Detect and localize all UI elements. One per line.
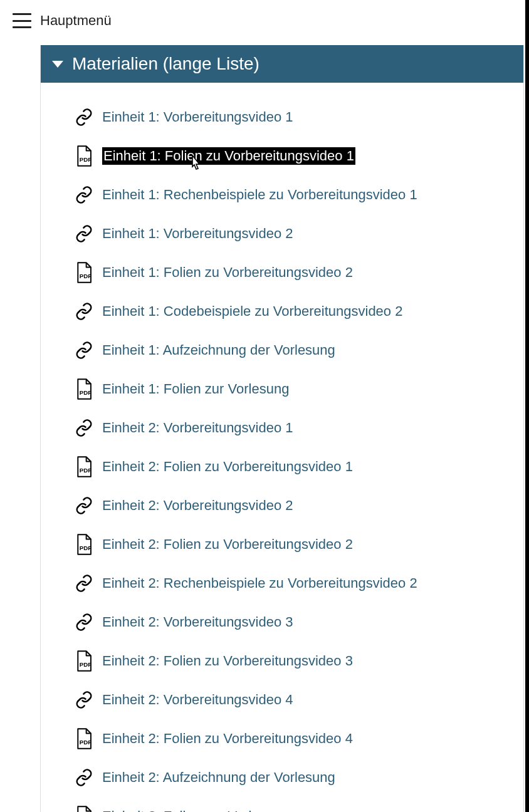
svg-text:PDF: PDF bbox=[80, 389, 92, 396]
list-item[interactable]: Einheit 1: Aufzeichnung der Vorlesung bbox=[73, 331, 523, 370]
link-icon bbox=[73, 184, 95, 206]
list-item-label: Einheit 1: Vorbereitungsvideo 2 bbox=[102, 226, 293, 242]
list-item-label: Einheit 1: Vorbereitungsvideo 1 bbox=[102, 109, 293, 125]
link-icon bbox=[73, 107, 95, 128]
svg-text:PDF: PDF bbox=[80, 544, 92, 551]
list-item-label: Einheit 1: Rechenbeispiele zu Vorbereitu… bbox=[102, 187, 417, 203]
list-item[interactable]: Einheit 2: Aufzeichnung der Vorlesung bbox=[73, 758, 523, 797]
pdf-icon: PDF bbox=[73, 145, 95, 167]
list-item-label: Einheit 2: Aufzeichnung der Vorlesung bbox=[102, 769, 335, 786]
link-icon bbox=[73, 495, 95, 516]
link-icon bbox=[73, 223, 95, 244]
list-item-label: Einheit 2: Vorbereitungsvideo 2 bbox=[102, 497, 293, 514]
svg-text:PDF: PDF bbox=[80, 661, 92, 668]
list-item[interactable]: PDF Einheit 2: Folien zur Vorlesung bbox=[73, 797, 523, 812]
list-item[interactable]: Einheit 2: Rechenbeispiele zu Vorbereitu… bbox=[73, 564, 523, 603]
list-item-label: Einheit 2: Vorbereitungsvideo 4 bbox=[102, 692, 293, 708]
list-item[interactable]: PDF Einheit 2: Folien zu Vorbereitungsvi… bbox=[73, 525, 523, 564]
list-item-label: Einheit 1: Aufzeichnung der Vorlesung bbox=[102, 342, 335, 358]
panel-header[interactable]: Materialien (lange Liste) bbox=[41, 45, 523, 83]
link-icon bbox=[73, 340, 95, 361]
pdf-icon: PDF bbox=[73, 378, 95, 400]
pdf-icon: PDF bbox=[73, 534, 95, 555]
panel-title: Materialien (lange Liste) bbox=[72, 54, 259, 74]
list-item-label: Einheit 1: Codebeispiele zu Vorbereitung… bbox=[102, 303, 402, 320]
list-item[interactable]: PDF Einheit 1: Folien zur Vorlesung bbox=[73, 370, 523, 409]
list-item[interactable]: PDF Einheit 2: Folien zu Vorbereitungsvi… bbox=[73, 447, 523, 486]
top-bar: Hauptmenü bbox=[0, 0, 525, 36]
list-item-label: Einheit 2: Vorbereitungsvideo 1 bbox=[102, 420, 293, 436]
materials-list: Einheit 1: Vorbereitungsvideo 1 PDF Einh… bbox=[41, 83, 523, 812]
list-item[interactable]: Einheit 1: Rechenbeispiele zu Vorbereitu… bbox=[73, 175, 523, 214]
list-item[interactable]: Einheit 2: Vorbereitungsvideo 2 bbox=[73, 486, 523, 525]
list-item-label: Einheit 1: Folien zur Vorlesung bbox=[102, 381, 289, 397]
pdf-icon: PDF bbox=[73, 728, 95, 749]
list-item-label: Einheit 2: Folien zur Vorlesung bbox=[102, 808, 289, 812]
list-item-label: Einheit 2: Folien zu Vorbereitungsvideo … bbox=[102, 536, 353, 553]
list-item-label: Einheit 2: Folien zu Vorbereitungsvideo … bbox=[102, 731, 353, 747]
pdf-icon: PDF bbox=[73, 806, 95, 812]
list-item[interactable]: Einheit 1: Vorbereitungsvideo 1 bbox=[73, 98, 523, 137]
list-item-label: Einheit 2: Vorbereitungsvideo 3 bbox=[102, 614, 293, 630]
list-item[interactable]: Einheit 2: Vorbereitungsvideo 4 bbox=[73, 680, 523, 719]
svg-text:PDF: PDF bbox=[80, 273, 92, 279]
list-item[interactable]: Einheit 1: Vorbereitungsvideo 2 bbox=[73, 214, 523, 253]
list-item[interactable]: PDF Einheit 2: Folien zu Vorbereitungsvi… bbox=[73, 642, 523, 680]
link-icon bbox=[73, 767, 95, 788]
main-menu-label[interactable]: Hauptmenü bbox=[40, 13, 112, 29]
hamburger-icon[interactable] bbox=[13, 13, 31, 28]
list-item[interactable]: Einheit 2: Vorbereitungsvideo 1 bbox=[73, 409, 523, 447]
pdf-icon: PDF bbox=[73, 456, 95, 477]
list-item-label: Einheit 2: Folien zu Vorbereitungsvideo … bbox=[102, 653, 353, 669]
list-item-label: Einheit 2: Rechenbeispiele zu Vorbereitu… bbox=[102, 575, 417, 591]
pdf-icon: PDF bbox=[73, 262, 95, 283]
link-icon bbox=[73, 301, 95, 322]
list-item[interactable]: PDF Einheit 1: Folien zu Vorbereitungsvi… bbox=[73, 137, 523, 175]
svg-text:PDF: PDF bbox=[80, 739, 92, 746]
list-item[interactable]: PDF Einheit 2: Folien zu Vorbereitungsvi… bbox=[73, 719, 523, 758]
link-icon bbox=[73, 417, 95, 439]
list-item[interactable]: Einheit 1: Codebeispiele zu Vorbereitung… bbox=[73, 292, 523, 331]
link-icon bbox=[73, 689, 95, 710]
svg-text:PDF: PDF bbox=[80, 156, 92, 163]
collapse-icon bbox=[52, 61, 63, 68]
list-item-label: Einheit 1: Folien zu Vorbereitungsvideo … bbox=[102, 147, 355, 165]
link-icon bbox=[73, 573, 95, 594]
list-item-label: Einheit 2: Folien zu Vorbereitungsvideo … bbox=[102, 459, 353, 475]
pdf-icon: PDF bbox=[73, 650, 95, 672]
svg-text:PDF: PDF bbox=[80, 467, 92, 474]
link-icon bbox=[73, 612, 95, 633]
materials-panel: Materialien (lange Liste) Einheit 1: Vor… bbox=[40, 45, 524, 812]
list-item[interactable]: Einheit 2: Vorbereitungsvideo 3 bbox=[73, 603, 523, 642]
list-item-label: Einheit 1: Folien zu Vorbereitungsvideo … bbox=[102, 264, 353, 281]
list-item[interactable]: PDF Einheit 1: Folien zu Vorbereitungsvi… bbox=[73, 253, 523, 292]
